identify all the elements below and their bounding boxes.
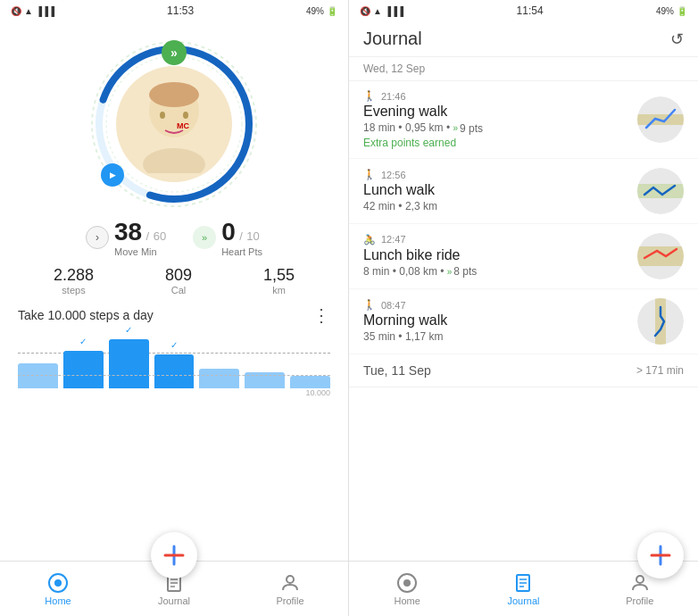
- journal-title: Journal: [363, 29, 422, 49]
- left-status-icons: 🔇 ▲ ▐▐▐: [11, 6, 54, 16]
- heart-pts-arrow[interactable]: »: [193, 226, 216, 249]
- entry-evening-walk[interactable]: 🚶 21:46 Evening walk 18 min • 0,95 km • …: [349, 81, 698, 159]
- date-separator-1: Wed, 12 Sep: [349, 57, 698, 81]
- walk-icon-4: 🚶: [363, 299, 376, 311]
- right-nav-profile[interactable]: Profile: [582, 572, 698, 606]
- double-arrow-bike: »: [447, 267, 453, 277]
- tue-sep: Tue, 11 Sep > 171 min: [349, 354, 698, 387]
- right-header: Journal ↺: [349, 21, 698, 57]
- bar-3: ✓: [109, 339, 149, 388]
- right-fab[interactable]: [637, 532, 684, 579]
- journal-list: Wed, 12 Sep 🚶 21:46 Evening walk 18 min …: [349, 57, 698, 616]
- entry-3-info: 🚴 12:47 Lunch bike ride 8 min • 0,08 km …: [363, 234, 628, 279]
- steps-label: steps: [54, 285, 94, 296]
- svg-rect-24: [637, 184, 684, 198]
- svg-point-30: [403, 579, 411, 587]
- entry-1-details: 18 min • 0,95 km • » 9 pts: [363, 121, 628, 135]
- entry-1-extra: Extra points earned: [363, 137, 628, 149]
- right-fab-plus-icon: [648, 543, 673, 568]
- right-battery: 49% 🔋: [656, 6, 687, 16]
- entry-4-details: 35 min • 1,17 km: [363, 330, 628, 343]
- stats-section: › 38 / 60 Move Min » 0 / 10 Heart Pts: [0, 218, 348, 296]
- tue-sep-info: > 171 min: [636, 364, 684, 377]
- player-indicator: ▶: [101, 163, 124, 187]
- bar-1: [18, 363, 58, 388]
- forward-btn[interactable]: »: [162, 40, 187, 65]
- entry-bike-ride[interactable]: 🚴 12:47 Lunch bike ride 8 min • 0,08 km …: [349, 224, 698, 289]
- right-nav-journal-label: Journal: [507, 595, 539, 606]
- player-icon: ▶: [110, 171, 116, 179]
- steps-value: 2.288: [54, 266, 94, 285]
- heart-pts-label: Heart Pts: [221, 246, 262, 257]
- left-nav-profile[interactable]: Profile: [232, 572, 348, 606]
- entry-1-time: 🚶 21:46: [363, 90, 628, 102]
- svg-point-18: [287, 576, 294, 583]
- entry-lunch-walk[interactable]: 🚶 12:56 Lunch walk 42 min • 2,3 km: [349, 159, 698, 224]
- svg-point-10: [183, 112, 188, 119]
- entry-morning-walk[interactable]: 🚶 08:47 Morning walk 35 min • 1,17 km: [349, 289, 698, 354]
- tue-sep-label: Tue, 11 Sep: [363, 363, 431, 378]
- avatar-face-svg: MC: [125, 75, 223, 173]
- right-wifi-icon: ▲: [373, 6, 382, 16]
- svg-point-8: [143, 148, 205, 173]
- bar-chart: ✓ ✓ ✓: [0, 326, 348, 388]
- right-nav-home-label: Home: [394, 595, 420, 606]
- svg-point-13: [54, 579, 62, 587]
- right-status-icons: 🔇 ▲ ▐▐▐: [360, 6, 403, 16]
- move-min-label: Move Min: [114, 246, 166, 257]
- move-min-value: 38: [114, 218, 142, 246]
- entry-1-title: Evening walk: [363, 104, 628, 120]
- svg-point-9: [160, 112, 165, 119]
- walk-icon-1: 🚶: [363, 90, 376, 102]
- dots-menu-icon[interactable]: ⋮: [312, 304, 330, 326]
- right-journal-icon: [512, 572, 534, 594]
- left-nav-home[interactable]: Home: [0, 572, 116, 606]
- double-arrow-icon: »: [202, 232, 207, 243]
- move-min-arrow[interactable]: ›: [86, 226, 109, 249]
- right-panel: 🔇 ▲ ▐▐▐ 11:54 49% 🔋 Journal ↺ Wed, 12 Se…: [349, 0, 698, 616]
- heart-pts-value: 0: [221, 218, 236, 246]
- entry-3-details: 8 min • 0,08 km • » 8 pts: [363, 265, 628, 279]
- right-signal-icon: ▐▐▐: [385, 6, 403, 16]
- three-stats: 2.288 steps 809 Cal 1,55 km: [18, 266, 330, 296]
- left-battery: 49% 🔋: [306, 6, 337, 16]
- entry-4-map: [637, 298, 684, 345]
- left-panel: 🔇 ▲ ▐▐▐ 11:53 49% 🔋 »: [0, 0, 349, 616]
- bar-2: ✓: [63, 351, 104, 388]
- battery-icon: 🔋: [327, 6, 337, 16]
- svg-text:MC: MC: [177, 121, 189, 130]
- double-arrow-pts: »: [453, 123, 458, 133]
- left-nav-profile-label: Profile: [276, 595, 303, 606]
- left-fab[interactable]: [151, 532, 197, 579]
- map-thumb-2-svg: [637, 168, 684, 214]
- entry-3-title: Lunch bike ride: [363, 247, 628, 263]
- km-stat: 1,55 km: [263, 266, 295, 296]
- refresh-icon[interactable]: ↺: [670, 29, 684, 49]
- cal-label: Cal: [165, 285, 192, 296]
- goal-section: Take 10.000 steps a day ⋮: [0, 296, 348, 326]
- right-status-bar: 🔇 ▲ ▐▐▐ 11:54 49% 🔋: [349, 0, 698, 21]
- bar-7: [290, 376, 330, 388]
- move-stats: › 38 / 60 Move Min » 0 / 10 Heart Pts: [18, 218, 330, 257]
- bar-4: ✓: [154, 354, 195, 388]
- entry-3-map: [637, 233, 684, 279]
- map-thumb-1-svg: [637, 96, 684, 143]
- entry-1-info: 🚶 21:46 Evening walk 18 min • 0,95 km • …: [363, 90, 628, 149]
- mute-icon: 🔇: [11, 6, 21, 16]
- profile-icon: [279, 572, 301, 594]
- chart-labels: 10.000: [0, 388, 348, 397]
- heart-pts-total-val: 10: [246, 229, 259, 243]
- entry-2-map: [637, 168, 684, 214]
- right-nav-profile-label: Profile: [626, 595, 653, 606]
- steps-stat: 2.288 steps: [54, 266, 94, 296]
- signal-icon: ▐▐▐: [36, 6, 54, 16]
- forward-icon: »: [170, 46, 178, 60]
- left-nav-home-label: Home: [45, 595, 71, 606]
- move-min-total: /: [146, 229, 150, 243]
- entry-4-title: Morning walk: [363, 312, 628, 329]
- right-nav-home[interactable]: Home: [349, 572, 465, 606]
- entry-2-info: 🚶 12:56 Lunch walk 42 min • 2,3 km: [363, 169, 628, 212]
- fab-plus-icon: [162, 543, 187, 568]
- avatar[interactable]: MC: [116, 66, 232, 182]
- right-nav-journal[interactable]: Journal: [465, 572, 581, 606]
